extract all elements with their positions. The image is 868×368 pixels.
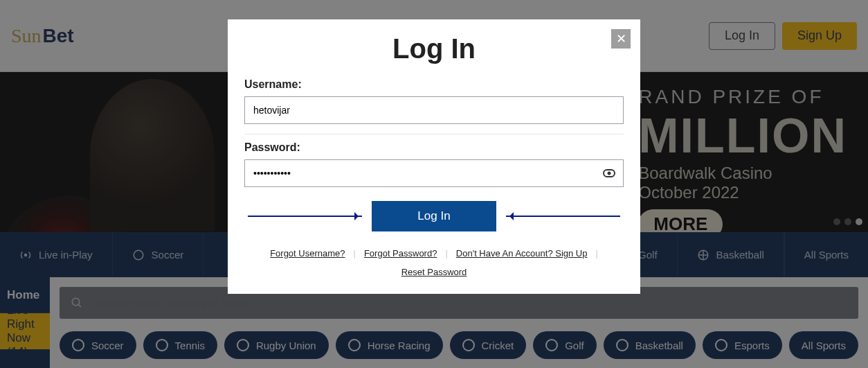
signup-link[interactable]: Don't Have An Account? Sign Up <box>456 248 588 259</box>
arrow-right-icon <box>248 216 362 217</box>
forgot-username-link[interactable]: Forgot Username? <box>270 248 345 259</box>
username-input[interactable] <box>244 96 624 124</box>
arrow-left-icon <box>506 216 620 217</box>
login-submit-button[interactable]: Log In <box>372 201 496 231</box>
modal-title: Log In <box>244 33 624 64</box>
forgot-password-link[interactable]: Forgot Password? <box>364 248 437 259</box>
eye-icon[interactable] <box>603 169 615 177</box>
divider: | <box>354 248 356 259</box>
submit-row: Log In <box>244 201 624 231</box>
password-wrapper <box>244 159 624 187</box>
password-input[interactable] <box>244 159 624 187</box>
close-icon[interactable]: ✕ <box>611 29 631 49</box>
reset-password-link[interactable]: Reset Password <box>401 267 467 277</box>
password-section: Password: <box>244 134 624 197</box>
divider: | <box>595 248 597 259</box>
username-label: Username: <box>244 78 624 91</box>
password-label: Password: <box>244 141 624 154</box>
login-modal: ✕ Log In Username: Password: Log In Forg… <box>228 19 640 294</box>
username-section: Username: <box>244 71 624 134</box>
modal-links: Forgot Username? | Forgot Password? | Do… <box>244 248 624 277</box>
modal-overlay: ✕ Log In Username: Password: Log In Forg… <box>0 0 868 368</box>
divider: | <box>445 248 447 259</box>
